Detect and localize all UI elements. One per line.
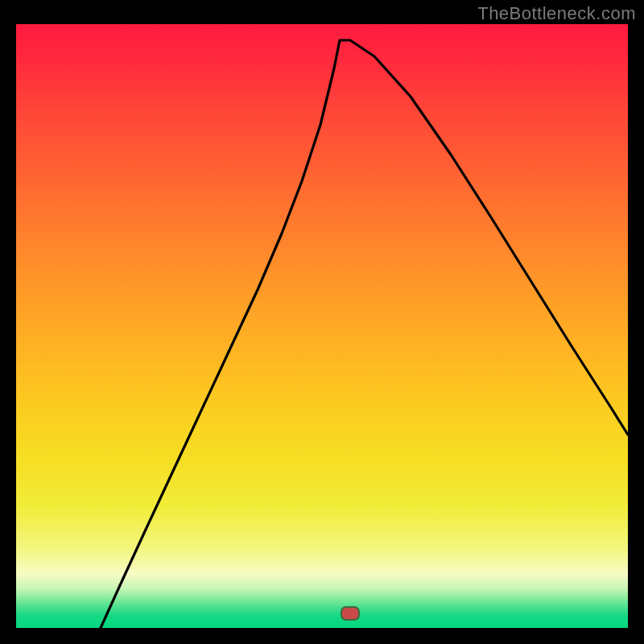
optimum-marker (341, 606, 360, 621)
bottleneck-curve (101, 40, 628, 628)
curve-svg (16, 24, 628, 628)
chart-frame: TheBottleneck.com (0, 0, 644, 644)
plot-area (16, 24, 628, 628)
watermark-text: TheBottleneck.com (477, 3, 636, 24)
